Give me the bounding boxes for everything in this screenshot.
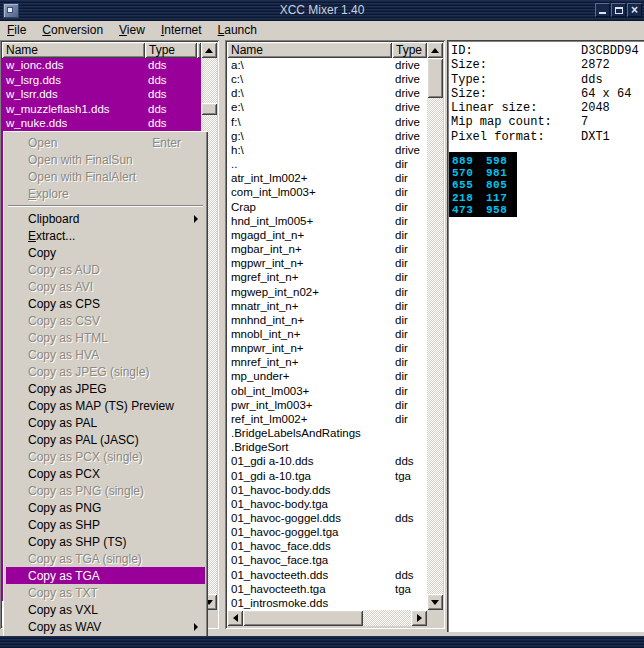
context-menu-item-copy[interactable]: Copy (6, 244, 205, 261)
context-menu-item-copy-as-jpeg[interactable]: Copy as JPEG (6, 380, 205, 397)
file-row-f[interactable]: f:\drive (227, 115, 427, 129)
context-menu-item-clipboard[interactable]: Clipboard (6, 210, 205, 227)
file-row-w-muzzleflash1-dds[interactable]: w_muzzleflash1.ddsdds (2, 102, 201, 117)
file-row-h[interactable]: h:\drive (227, 143, 427, 157)
menubar-item-view[interactable]: View (114, 22, 156, 39)
column-header-name[interactable]: Name (227, 42, 392, 58)
column-header-type[interactable]: Type (392, 42, 427, 58)
file-row-w-lsrr-dds[interactable]: w_lsrr.ddsdds (2, 87, 201, 102)
file-row-01-havoc-face-tga[interactable]: 01_havoc_face.tga (227, 553, 427, 567)
context-menu-item-copy-as-shp-ts[interactable]: Copy as SHP (TS) (6, 533, 205, 550)
file-name: pwr_int_lm003+ (231, 398, 313, 412)
context-menu-item-copy-as-pcx[interactable]: Copy as PCX (6, 465, 205, 482)
minimize-button[interactable] (595, 3, 610, 17)
file-type: drive (395, 58, 420, 72)
file-row-mgwep-int-n02[interactable]: mgwep_int_n02+dir (227, 285, 427, 299)
file-row-mnref-int-n[interactable]: mnref_int_n+dir (227, 355, 427, 369)
scroll-right-button[interactable] (411, 610, 427, 626)
menu-item-label: Explore (28, 187, 69, 201)
file-row-pwr-int-lm003[interactable]: pwr_int_lm003+dir (227, 398, 427, 412)
menu-item-label: Copy as JPEG (28, 382, 107, 396)
file-type: dds (148, 102, 167, 117)
context-menu-item-copy-as-pal-jasc[interactable]: Copy as PAL (JASC) (6, 431, 205, 448)
file-row-01-havoc-goggel-dds[interactable]: 01_havoc-goggel.ddsdds (227, 511, 427, 525)
file-row-e[interactable]: e:\drive (227, 100, 427, 114)
file-row-crap[interactable]: Crapdir (227, 200, 427, 214)
file-row-hnd-int-lm005[interactable]: hnd_int_lm005+dir (227, 214, 427, 228)
file-row-ref-int-lm002[interactable]: ref_int_lm002+dir (227, 412, 427, 426)
file-row-01-havoc-face-dds[interactable]: 01_havoc_face.dds (227, 539, 427, 553)
file-row-mnatr-int-n[interactable]: mnatr_int_n+dir (227, 299, 427, 313)
menubar-item-file[interactable]: File (2, 22, 37, 39)
scroll-up-button[interactable] (201, 42, 217, 58)
context-menu-item-copy-as-tga[interactable]: Copy as TGA (6, 567, 205, 584)
file-row-w-nuke-dds[interactable]: w_nuke.ddsdds (2, 116, 201, 131)
context-menu-item-copy-as-cps[interactable]: Copy as CPS (6, 295, 205, 312)
scrollbar-thumb[interactable] (243, 610, 363, 626)
file-row-mgpwr-int-n[interactable]: mgpwr_int_n+dir (227, 256, 427, 270)
scrollbar-thumb[interactable] (201, 103, 217, 115)
scroll-left-button[interactable] (227, 610, 243, 626)
menubar-item-launch[interactable]: Launch (213, 22, 268, 39)
context-menu-item-copy-as-txt: Copy as TXT (6, 584, 205, 601)
context-menu-item-copy-as-wav[interactable]: Copy as WAV (6, 618, 205, 635)
context-menu-item-copy-as-pal[interactable]: Copy as PAL (6, 414, 205, 431)
file-row-g[interactable]: g:\drive (227, 129, 427, 143)
scroll-down-button[interactable] (427, 594, 443, 610)
file-row-w-ionc-dds[interactable]: w_ionc.ddsdds (2, 58, 201, 73)
file-type: dds (148, 87, 167, 102)
preview-number-row: 473958 (452, 204, 517, 216)
file-name: e:\ (231, 100, 244, 114)
close-button[interactable]: × (627, 3, 642, 17)
maximize-button[interactable] (611, 3, 626, 17)
file-row-01-introsmoke-dds[interactable]: 01_introsmoke.dds (227, 596, 427, 610)
file-row-01-havoc-body-tga[interactable]: 01_havoc-body.tga (227, 497, 427, 511)
file-row-atr-int-lm002[interactable]: atr_int_lm002+dir (227, 171, 427, 185)
menubar-item-internet[interactable]: Internet (156, 22, 213, 39)
file-row-mgbar-int-n[interactable]: mgbar_int_n+dir (227, 242, 427, 256)
file-row-01-havoc-goggel-tga[interactable]: 01_havoc-goggel.tga (227, 525, 427, 539)
file-row-c[interactable]: c:\drive (227, 72, 427, 86)
scrollbar-thumb[interactable] (427, 58, 443, 98)
file-name: .BridgeSort (231, 440, 289, 454)
file-row-mgagd-int-n[interactable]: mgagd_int_n+dir (227, 228, 427, 242)
file-row-01-gdi-a-10-tga[interactable]: 01_gdi a-10.tgatga (227, 469, 427, 483)
middle-vertical-scrollbar[interactable] (427, 42, 443, 610)
context-menu-item-copy-as-vxl[interactable]: Copy as VXL (6, 601, 205, 618)
context-menu-item-copy-as-png[interactable]: Copy as PNG (6, 499, 205, 516)
preview-number-row: 570981 (452, 167, 517, 179)
scroll-up-button[interactable] (427, 42, 443, 58)
file-row-01-havocteeth-tga[interactable]: 01_havocteeth.tgatga (227, 582, 427, 596)
file-row-01-havocteeth-dds[interactable]: 01_havocteeth.ddsdds (227, 568, 427, 582)
left-file-list: w_ionc.ddsddsw_lsrg.ddsddsw_lsrr.ddsddsw… (2, 58, 201, 131)
file-name: w_ionc.dds (6, 58, 64, 73)
file-row-w-lsrg-dds[interactable]: w_lsrg.ddsdds (2, 73, 201, 88)
column-header-name[interactable]: Name (2, 42, 145, 58)
file-row-bridgesort[interactable]: .BridgeSort (227, 440, 427, 454)
detail-row-size: Size:64 x 64 (451, 87, 639, 101)
file-row-d[interactable]: d:\drive (227, 86, 427, 100)
file-row-mgref-int-n[interactable]: mgref_int_n+dir (227, 270, 427, 284)
file-name: mgwep_int_n02+ (231, 285, 319, 299)
file-row-[interactable]: ..dir (227, 157, 427, 171)
file-row-01-havoc-body-dds[interactable]: 01_havoc-body.dds (227, 483, 427, 497)
context-menu-item-copy-as-map-ts-preview[interactable]: Copy as MAP (TS) Preview (6, 397, 205, 414)
context-menu-item-extract[interactable]: Extract... (6, 227, 205, 244)
menubar-item-conversion[interactable]: Conversion (37, 22, 114, 39)
context-menu-item-copy-as-shp[interactable]: Copy as SHP (6, 516, 205, 533)
file-row-com-int-lm003[interactable]: com_int_lm003+dir (227, 185, 427, 199)
file-row-a[interactable]: a:\drive (227, 58, 427, 72)
preview-number: 981 (486, 167, 507, 179)
file-row-obl-int-lm003[interactable]: obl_int_lm003+dir (227, 384, 427, 398)
file-row-mnhnd-int-n[interactable]: mnhnd_int_n+dir (227, 313, 427, 327)
file-row-mp-under[interactable]: mp_under+dir (227, 369, 427, 383)
column-header-type[interactable]: Type (145, 42, 197, 58)
file-row-bridgelabelsandratings[interactable]: .BridgeLabelsAndRatings (227, 426, 427, 440)
file-row-mnobl-int-n[interactable]: mnobl_int_n+dir (227, 327, 427, 341)
file-row-01-gdi-a-10-dds[interactable]: 01_gdi a-10.ddsdds (227, 454, 427, 468)
file-row-mnpwr-int-n[interactable]: mnpwr_int_n+dir (227, 341, 427, 355)
file-name: 01_havoc-body.dds (231, 483, 331, 497)
file-name: Crap (231, 200, 256, 214)
middle-horizontal-scrollbar[interactable] (227, 610, 427, 626)
file-type: dir (395, 355, 408, 369)
